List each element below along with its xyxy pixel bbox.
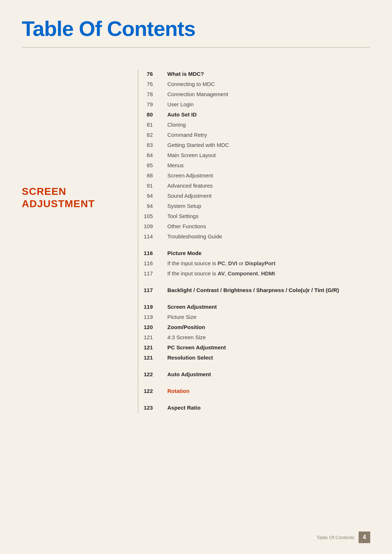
entry-text: Tool Settings	[160, 212, 199, 221]
page-number: 91	[138, 182, 160, 189]
page-number: 114	[138, 233, 160, 239]
entry-text: Screen Adjustment	[160, 303, 217, 311]
title-divider	[22, 47, 370, 48]
page-number: 85	[138, 162, 160, 168]
page-number: 116	[138, 260, 160, 266]
table-row: 81Cloning	[138, 120, 370, 130]
entry-text: Getting Started with MDC	[160, 141, 229, 149]
table-row: 116If the input source is PC, DVI or Dis…	[138, 259, 370, 269]
page-number: 122	[138, 388, 160, 394]
page-number: 117	[138, 287, 160, 293]
entry-text: Other Functions	[160, 222, 206, 231]
page-number: 116	[138, 250, 160, 256]
table-row: 122Rotation	[138, 386, 370, 397]
page-number: 122	[138, 371, 160, 377]
entry-text: Menus	[160, 161, 184, 170]
page-number: 81	[138, 122, 160, 128]
table-row: 117Backlight / Contrast / Brightness / S…	[138, 286, 370, 296]
entry-text: 4:3 Screen Size	[160, 333, 206, 342]
spacer	[138, 363, 370, 370]
entry-text: If the input source is PC, DVI or Displa…	[160, 259, 275, 268]
page-number: 84	[138, 152, 160, 158]
page-number: 83	[138, 142, 160, 148]
page-number: 109	[138, 223, 160, 229]
page-number: 120	[138, 324, 160, 330]
entry-text: Troubleshooting Guide	[160, 233, 222, 241]
spacer	[138, 279, 370, 286]
page-number: 121	[138, 354, 160, 361]
table-row: 94System Setup	[138, 201, 370, 212]
table-row: 83Getting Started with MDC	[138, 140, 370, 151]
entry-text: Connection Management	[160, 90, 228, 99]
table-row: 1214:3 Screen Size	[138, 333, 370, 343]
page-number: 121	[138, 344, 160, 350]
page-number: 94	[138, 203, 160, 209]
entry-text: Resolution Select	[160, 354, 213, 362]
page-number: 121	[138, 334, 160, 340]
spacer	[138, 380, 370, 386]
page-number: 123	[138, 405, 160, 411]
table-row: 105Tool Settings	[138, 212, 370, 222]
page-number: 105	[138, 213, 160, 219]
table-row: 80Auto Set ID	[138, 110, 370, 120]
page-title: Table Of Contents	[22, 0, 370, 47]
page-number: 119	[138, 314, 160, 320]
entry-text: Connecting to MDC	[160, 80, 215, 89]
table-row: 76What is MDC?	[138, 69, 370, 79]
section-label: SCREEN ADJUSTMENT	[22, 185, 138, 210]
page-number: 119	[138, 304, 160, 310]
entry-text: Auto Adjustment	[160, 370, 211, 379]
page-number: 82	[138, 132, 160, 138]
spacer	[138, 296, 370, 302]
entry-text: Screen Adjustment	[160, 172, 213, 180]
left-section: SCREEN ADJUSTMENT	[22, 69, 138, 413]
table-row: 78Connection Management	[138, 90, 370, 100]
page-number: 78	[138, 91, 160, 97]
table-row: 123Aspect Ratio	[138, 403, 370, 413]
table-row: 122Auto Adjustment	[138, 370, 370, 380]
table-row: 85Menus	[138, 161, 370, 171]
table-row: 121Resolution Select	[138, 353, 370, 363]
page-number: 94	[138, 193, 160, 199]
table-row: 120Zoom/Position	[138, 323, 370, 333]
page-number: 79	[138, 101, 160, 107]
entry-text: Zoom/Position	[160, 323, 205, 332]
table-row: 76Connecting to MDC	[138, 79, 370, 90]
footer-page-number: 4	[359, 532, 370, 543]
content-area: SCREEN ADJUSTMENT 76What is MDC?76Connec…	[22, 69, 370, 413]
table-row: 91Advanced features	[138, 181, 370, 191]
entry-text: What is MDC?	[160, 70, 204, 78]
entry-text: Picture Mode	[160, 249, 201, 258]
table-row: 117If the input source is AV, Component,…	[138, 269, 370, 279]
page-number: 80	[138, 111, 160, 118]
entry-text: Rotation	[160, 387, 189, 395]
entry-text: Cloning	[160, 121, 186, 129]
entry-text: Command Retry	[160, 131, 207, 139]
page-number: 76	[138, 71, 160, 77]
entry-text: Main Screen Layout	[160, 151, 216, 160]
table-row: 119Picture Size	[138, 312, 370, 323]
page-number: 88	[138, 172, 160, 178]
spacer	[138, 242, 370, 249]
entry-text: Picture Size	[160, 313, 196, 321]
footer: Table Of Contents 4	[317, 532, 370, 543]
table-row: 121PC Screen Adjustment	[138, 343, 370, 353]
entry-text: If the input source is AV, Component, HD…	[160, 270, 275, 278]
table-row: 109Other Functions	[138, 222, 370, 232]
table-row: 116Picture Mode	[138, 249, 370, 259]
table-row: 114Troubleshooting Guide	[138, 232, 370, 242]
table-row: 94Sound Adjustment	[138, 191, 370, 201]
entry-text: Auto Set ID	[160, 111, 197, 119]
table-row: 119Screen Adjustment	[138, 302, 370, 312]
entry-text: Aspect Ratio	[160, 404, 201, 412]
toc-list: 76What is MDC?76Connecting to MDC78Conne…	[138, 69, 370, 413]
table-row: 84Main Screen Layout	[138, 151, 370, 161]
page-container: Table Of Contents SCREEN ADJUSTMENT 76Wh…	[0, 0, 392, 554]
footer-text: Table Of Contents	[317, 535, 354, 540]
entry-text: Advanced features	[160, 182, 213, 190]
page-number: 76	[138, 81, 160, 87]
entry-text: PC Screen Adjustment	[160, 344, 226, 352]
table-row: 82Command Retry	[138, 130, 370, 140]
entry-text: User Login	[160, 100, 194, 109]
spacer	[138, 397, 370, 403]
